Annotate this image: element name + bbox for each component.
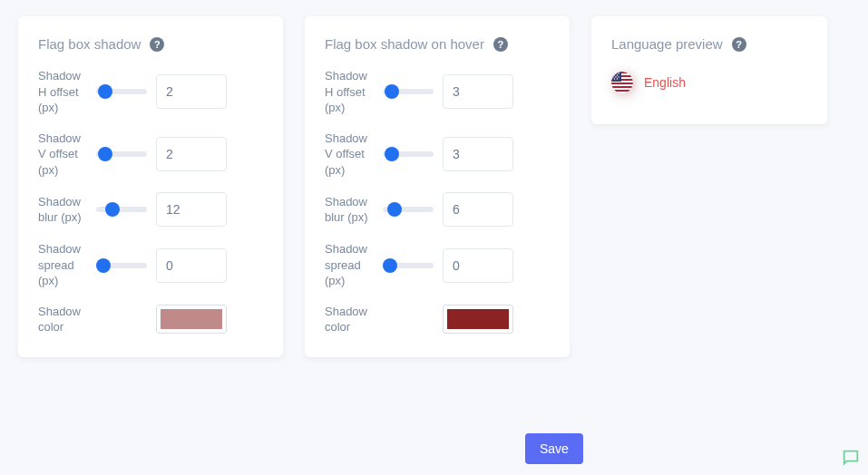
hover-h-offset-label: Shadow H offset (px) [325,68,375,116]
hover-spread-slider-wrap [383,263,434,268]
hover-shadow-color-picker[interactable] [443,305,513,334]
svg-point-9 [612,73,613,73]
shadow-normal-title: Flag box shadow [38,36,141,52]
shadow-color-swatch [161,309,222,329]
svg-rect-6 [611,86,633,88]
hover-spread-row: Shadow spread (px) [325,241,550,289]
help-icon[interactable]: ? [150,37,164,52]
preview-body: English [611,72,807,93]
hover-v-offset-slider[interactable] [383,151,434,157]
h-offset-input[interactable] [156,74,227,109]
hover-blur-input[interactable] [443,192,513,227]
hover-spread-slider[interactable] [383,263,434,268]
hover-h-offset-slider-wrap [383,89,434,94]
save-button[interactable]: Save [525,433,583,464]
spread-slider-wrap [96,263,147,268]
color-row: Shadow color [38,304,263,335]
hover-spread-label: Shadow spread (px) [325,241,375,289]
svg-point-14 [612,76,613,77]
hover-blur-label: Shadow blur (px) [325,194,375,226]
hover-v-offset-row: Shadow V offset (px) [325,131,550,179]
preview-title: Language preview [611,36,723,52]
svg-point-12 [614,74,615,75]
svg-point-11 [618,73,619,73]
v-offset-label: Shadow V offset (px) [38,131,89,179]
hover-blur-row: Shadow blur (px) [325,192,550,227]
v-offset-row: Shadow V offset (px) [38,131,263,179]
hover-v-offset-slider-wrap [383,151,434,157]
h-offset-label: Shadow H offset (px) [38,68,89,116]
shadow-normal-card: Flag box shadow ? Shadow H offset (px) S… [18,16,283,357]
blur-label: Shadow blur (px) [38,194,89,226]
flag-icon [611,72,633,93]
help-icon[interactable]: ? [732,37,746,52]
blur-row: Shadow blur (px) [38,192,263,227]
hover-h-offset-slider[interactable] [383,89,434,94]
svg-point-13 [617,74,618,75]
chat-icon[interactable] [841,448,861,468]
blur-input[interactable] [156,192,227,227]
svg-rect-5 [611,82,633,84]
svg-rect-7 [611,90,633,92]
blur-slider[interactable] [96,207,147,212]
hover-v-offset-label: Shadow V offset (px) [325,131,375,179]
h-offset-slider-wrap [96,89,147,94]
hover-h-offset-row: Shadow H offset (px) [325,68,550,116]
color-label: Shadow color [38,304,89,335]
h-offset-row: Shadow H offset (px) [38,68,263,116]
spread-label: Shadow spread (px) [38,241,89,289]
v-offset-slider-wrap [96,151,147,157]
card-title-row: Flag box shadow on hover ? [325,36,550,52]
hover-blur-slider[interactable] [383,207,434,212]
svg-point-16 [618,76,619,77]
language-preview-card: Language preview ? [591,16,827,124]
spread-row: Shadow spread (px) [38,241,263,289]
shadow-color-picker[interactable] [156,305,227,334]
spread-slider[interactable] [96,263,147,268]
card-title-row: Flag box shadow ? [38,36,263,52]
preview-language-text: English [644,75,686,90]
h-offset-slider[interactable] [96,89,147,94]
svg-point-18 [617,78,618,79]
hover-blur-slider-wrap [383,207,434,212]
svg-point-15 [615,76,616,77]
v-offset-input[interactable] [156,137,227,171]
hover-h-offset-input[interactable] [443,74,513,109]
shadow-hover-title: Flag box shadow on hover [325,36,484,52]
hover-v-offset-input[interactable] [443,137,513,171]
help-icon[interactable]: ? [493,37,508,52]
hover-spread-input[interactable] [443,248,513,283]
hover-color-label: Shadow color [325,304,375,335]
svg-rect-2 [611,72,633,73]
spread-input[interactable] [156,248,227,283]
card-title-row: Language preview ? [611,36,807,52]
hover-color-row: Shadow color [325,304,550,335]
svg-point-17 [614,78,615,79]
svg-rect-8 [611,72,621,82]
cards-row: Flag box shadow ? Shadow H offset (px) S… [18,16,850,357]
shadow-hover-card: Flag box shadow on hover ? Shadow H offs… [305,16,570,357]
blur-slider-wrap [96,207,147,212]
hover-shadow-color-swatch [447,309,509,329]
v-offset-slider[interactable] [96,151,147,157]
svg-point-10 [615,73,616,73]
